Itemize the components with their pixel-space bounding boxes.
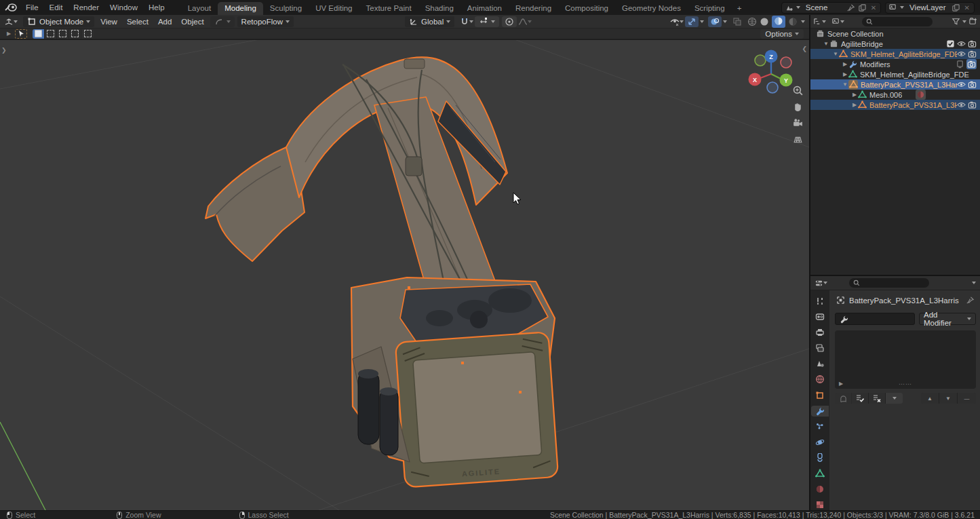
menu-file[interactable]: File (20, 2, 44, 13)
tab-object[interactable] (811, 389, 829, 400)
outliner-row-batterypack-child[interactable]: ▶ BatteryPack_PVS31A_L3Ha (810, 100, 980, 110)
select-set-button[interactable] (33, 29, 45, 39)
disclosure-open-icon[interactable]: ▼ (823, 41, 829, 47)
outliner-search-input[interactable] (862, 17, 933, 26)
sidebar-collapse-icon[interactable]: ❮ (802, 45, 807, 52)
apply-all-button[interactable] (852, 393, 869, 404)
tab-sculpting[interactable]: Sculpting (263, 2, 309, 15)
tab-tool[interactable] (811, 296, 829, 307)
shading-material-active[interactable] (772, 16, 785, 28)
select-extend-button[interactable] (45, 29, 57, 39)
outliner-row-collection-agilitebridge[interactable]: ▼ AgiliteBridge (810, 39, 980, 49)
proportional-editing-toggle[interactable] (502, 16, 517, 27)
tab-shading[interactable]: Shading (418, 2, 460, 15)
menu-select[interactable]: Select (122, 18, 153, 26)
tab-output[interactable] (811, 327, 829, 338)
properties-editor-icon[interactable] (815, 279, 823, 288)
toolbar-expand-icon[interactable]: ❯ (1, 47, 7, 54)
menu-render[interactable]: Render (68, 2, 104, 13)
tool-header-expand-icon[interactable]: ▶ (7, 31, 11, 37)
tab-modeling[interactable]: Modeling (218, 2, 263, 15)
menu-add[interactable]: Add (153, 18, 176, 26)
retopoflow-menu[interactable]: RetopoFlow (237, 16, 294, 27)
blender-logo-icon[interactable] (4, 2, 18, 13)
display-mode-icon[interactable] (831, 17, 840, 26)
remove-button[interactable]: — (958, 393, 976, 404)
modifier-render-toggle[interactable] (966, 59, 977, 69)
tab-world[interactable] (811, 374, 829, 385)
scene-selector[interactable]: Scene ✕ (781, 2, 881, 14)
axis-neg-y[interactable] (755, 55, 766, 66)
disclosure-closed-icon[interactable]: ▶ (842, 61, 848, 67)
select-subtract-button[interactable] (57, 29, 69, 39)
zoom-icon[interactable] (792, 85, 804, 96)
snap-target-dropdown[interactable] (475, 16, 499, 27)
snap-icon[interactable] (460, 17, 469, 26)
tab-scene[interactable] (811, 358, 829, 369)
camera-render-icon[interactable] (968, 100, 977, 109)
outliner-row-scene-collection[interactable]: Scene Collection (810, 28, 980, 39)
menu-help[interactable]: Help (143, 2, 170, 13)
options-dropdown[interactable]: Options (760, 29, 804, 39)
remove-viewlayer-icon[interactable]: ✕ (963, 4, 971, 12)
material-slot[interactable] (916, 90, 926, 100)
active-tool-tweak[interactable] (15, 29, 27, 39)
tab-render[interactable] (811, 311, 829, 322)
outliner-row-mesh006[interactable]: ▶ Mesh.006 (810, 90, 980, 100)
outliner-editor-icon[interactable] (813, 17, 822, 26)
tab-geometry-nodes[interactable]: Geometry Nodes (615, 2, 688, 15)
tab-layout[interactable]: Layout (181, 2, 218, 15)
properties-search-input[interactable] (849, 278, 929, 288)
axis-neg-x[interactable] (781, 57, 791, 68)
tab-texture-paint[interactable]: Texture Paint (359, 2, 418, 15)
mode-transfer-dropdown[interactable] (210, 16, 235, 27)
tab-view-layer[interactable] (811, 343, 829, 353)
menu-edit[interactable]: Edit (44, 2, 68, 13)
viewlayer-selector[interactable]: ViewLayer ✕ (885, 2, 975, 14)
viewport-3d[interactable]: AGILITE ❯ ❮ (0, 40, 809, 510)
eye-icon[interactable] (957, 39, 966, 48)
tab-uv-editing[interactable]: UV Editing (309, 2, 359, 15)
disclosure-closed-icon[interactable]: ▶ (851, 92, 858, 98)
select-intersect-button[interactable] (81, 29, 94, 39)
show-gizmo-toggle[interactable] (685, 16, 699, 27)
axis-neg-z[interactable] (767, 82, 778, 93)
camera-render-icon[interactable] (968, 80, 977, 89)
eye-icon[interactable] (957, 80, 966, 89)
camera-render-icon[interactable] (968, 39, 977, 48)
drag-grip-icon[interactable]: ⋯⋯ (899, 381, 912, 387)
unlink-scene-icon[interactable]: ✕ (869, 4, 878, 12)
move-up-button[interactable]: ▲ (921, 393, 939, 404)
outliner-row-modifiers[interactable]: ▶ Modifiers (810, 59, 980, 69)
delete-all-button[interactable] (869, 393, 886, 404)
tab-constraints[interactable] (811, 453, 829, 463)
xray-toggle-icon[interactable] (732, 17, 742, 26)
outliner-row-batterypack-object[interactable]: ▼ BatteryPack_PVS31A_L3Harris (810, 79, 980, 90)
menu-view[interactable]: View (96, 18, 122, 26)
move-down-button[interactable]: ▼ (939, 393, 958, 404)
tab-animation[interactable]: Animation (460, 2, 509, 15)
disclosure-open-icon[interactable]: ▼ (832, 51, 839, 57)
show-overlays-toggle[interactable] (708, 16, 722, 27)
modifier-display-icon[interactable] (956, 60, 964, 69)
editor-type-icon[interactable] (4, 17, 14, 26)
checkbox-checked-icon[interactable] (946, 39, 955, 48)
outliner-row-skm-helmet-meshdata[interactable]: ▶ SKM_Helmet_AgiliteBridge_FDE (810, 69, 980, 79)
pin-icon[interactable] (846, 3, 855, 12)
transform-orientation-dropdown[interactable]: Global (405, 16, 454, 27)
camera-view-icon[interactable] (792, 117, 804, 129)
tab-rendering[interactable]: Rendering (509, 2, 558, 15)
object-visibility-icon[interactable] (670, 17, 680, 26)
camera-render-icon[interactable] (968, 50, 977, 58)
tab-modifiers[interactable] (811, 406, 829, 417)
new-viewlayer-icon[interactable] (952, 3, 960, 12)
disclosure-open-icon[interactable]: ▼ (842, 81, 848, 88)
eye-icon[interactable] (957, 100, 966, 109)
pin-icon[interactable] (966, 296, 975, 305)
disclosure-closed-icon[interactable]: ▶ (851, 102, 858, 108)
new-collection-icon[interactable] (968, 17, 977, 26)
tab-material[interactable] (811, 484, 829, 495)
menu-object[interactable]: Object (176, 18, 208, 26)
new-scene-icon[interactable] (858, 3, 867, 12)
modifier-ghost-button[interactable] (835, 393, 852, 404)
